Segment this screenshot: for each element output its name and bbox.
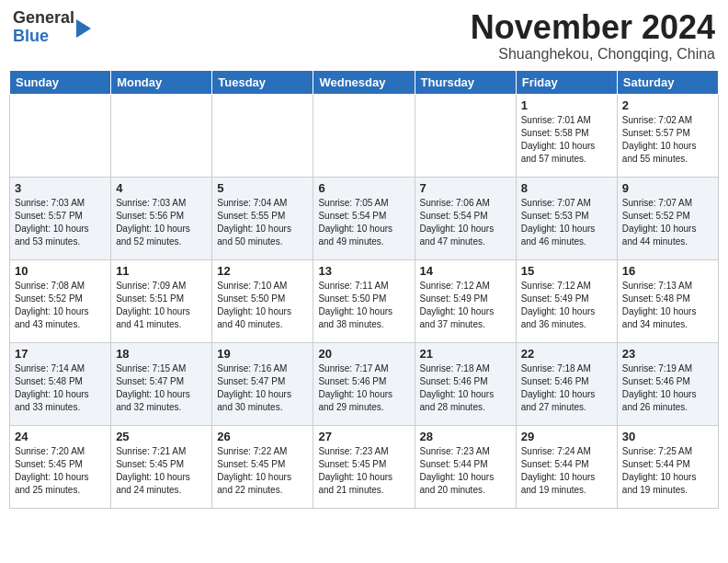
day-info: Sunrise: 7:13 AM Sunset: 5:48 PM Dayligh…	[622, 280, 713, 331]
day-number: 25	[116, 430, 207, 443]
day-number: 26	[217, 430, 308, 443]
day-number: 15	[521, 264, 612, 278]
weekday-header-wednesday: Wednesday	[313, 70, 415, 94]
day-info: Sunrise: 7:20 AM Sunset: 5:45 PM Dayligh…	[15, 445, 106, 497]
day-number: 5	[217, 181, 308, 195]
day-cell: 15Sunrise: 7:12 AM Sunset: 5:49 PM Dayli…	[516, 259, 617, 342]
weekday-header-row: SundayMondayTuesdayWednesdayThursdayFrid…	[10, 70, 719, 94]
day-cell: 21Sunrise: 7:18 AM Sunset: 5:46 PM Dayli…	[415, 342, 516, 425]
day-info: Sunrise: 7:25 AM Sunset: 5:44 PM Dayligh…	[622, 445, 713, 497]
week-row-2: 3Sunrise: 7:03 AM Sunset: 5:57 PM Daylig…	[10, 177, 719, 259]
day-info: Sunrise: 7:11 AM Sunset: 5:50 PM Dayligh…	[318, 280, 409, 331]
day-cell: 6Sunrise: 7:05 AM Sunset: 5:54 PM Daylig…	[313, 177, 415, 259]
day-info: Sunrise: 7:15 AM Sunset: 5:47 PM Dayligh…	[116, 362, 207, 414]
weekday-header-sunday: Sunday	[10, 70, 111, 94]
day-info: Sunrise: 7:06 AM Sunset: 5:54 PM Dayligh…	[420, 197, 511, 248]
day-cell	[212, 94, 313, 177]
day-info: Sunrise: 7:21 AM Sunset: 5:45 PM Dayligh…	[116, 445, 207, 497]
week-row-1: 1Sunrise: 7:01 AM Sunset: 5:58 PM Daylig…	[10, 94, 719, 177]
week-row-4: 17Sunrise: 7:14 AM Sunset: 5:48 PM Dayli…	[10, 342, 719, 425]
day-number: 29	[521, 430, 612, 443]
day-cell	[415, 94, 516, 177]
day-cell: 5Sunrise: 7:04 AM Sunset: 5:55 PM Daylig…	[212, 177, 313, 259]
day-number: 7	[420, 181, 511, 195]
weekday-header-friday: Friday	[516, 70, 617, 94]
day-info: Sunrise: 7:12 AM Sunset: 5:49 PM Dayligh…	[521, 280, 612, 331]
page-title: November 2024	[471, 9, 715, 46]
day-number: 6	[318, 181, 409, 195]
day-number: 9	[622, 181, 713, 195]
weekday-header-tuesday: Tuesday	[212, 70, 313, 94]
day-cell: 17Sunrise: 7:14 AM Sunset: 5:48 PM Dayli…	[10, 342, 111, 425]
day-cell: 4Sunrise: 7:03 AM Sunset: 5:56 PM Daylig…	[111, 177, 212, 259]
logo-general: General	[13, 8, 74, 27]
day-number: 16	[622, 264, 713, 278]
day-info: Sunrise: 7:16 AM Sunset: 5:47 PM Dayligh…	[217, 362, 308, 414]
logo-arrow-icon	[76, 19, 91, 38]
day-cell: 27Sunrise: 7:23 AM Sunset: 5:45 PM Dayli…	[313, 425, 415, 508]
day-info: Sunrise: 7:23 AM Sunset: 5:44 PM Dayligh…	[420, 445, 511, 497]
day-cell: 24Sunrise: 7:20 AM Sunset: 5:45 PM Dayli…	[10, 425, 111, 508]
day-info: Sunrise: 7:12 AM Sunset: 5:49 PM Dayligh…	[420, 280, 511, 331]
day-cell: 11Sunrise: 7:09 AM Sunset: 5:51 PM Dayli…	[111, 259, 212, 342]
day-info: Sunrise: 7:07 AM Sunset: 5:53 PM Dayligh…	[521, 197, 612, 248]
weekday-header-monday: Monday	[111, 70, 212, 94]
day-cell: 20Sunrise: 7:17 AM Sunset: 5:46 PM Dayli…	[313, 342, 415, 425]
day-cell: 26Sunrise: 7:22 AM Sunset: 5:45 PM Dayli…	[212, 425, 313, 508]
day-cell: 3Sunrise: 7:03 AM Sunset: 5:57 PM Daylig…	[10, 177, 111, 259]
day-info: Sunrise: 7:22 AM Sunset: 5:45 PM Dayligh…	[217, 445, 308, 497]
page-header: General Blue November 2024 Shuanghekou, …	[9, 9, 719, 63]
day-info: Sunrise: 7:09 AM Sunset: 5:51 PM Dayligh…	[116, 280, 207, 331]
day-info: Sunrise: 7:18 AM Sunset: 5:46 PM Dayligh…	[521, 362, 612, 414]
day-info: Sunrise: 7:03 AM Sunset: 5:57 PM Dayligh…	[15, 197, 106, 248]
day-info: Sunrise: 7:18 AM Sunset: 5:46 PM Dayligh…	[420, 362, 511, 414]
day-cell: 10Sunrise: 7:08 AM Sunset: 5:52 PM Dayli…	[10, 259, 111, 342]
day-number: 30	[622, 430, 713, 443]
day-number: 3	[15, 181, 106, 195]
day-cell: 19Sunrise: 7:16 AM Sunset: 5:47 PM Dayli…	[212, 342, 313, 425]
day-number: 8	[521, 181, 612, 195]
logo-blue: Blue	[13, 27, 49, 45]
day-info: Sunrise: 7:03 AM Sunset: 5:56 PM Dayligh…	[116, 197, 207, 248]
day-number: 12	[217, 264, 308, 278]
day-number: 24	[15, 430, 106, 443]
day-cell: 8Sunrise: 7:07 AM Sunset: 5:53 PM Daylig…	[516, 177, 617, 259]
week-row-5: 24Sunrise: 7:20 AM Sunset: 5:45 PM Dayli…	[10, 425, 719, 508]
day-info: Sunrise: 7:02 AM Sunset: 5:57 PM Dayligh…	[622, 114, 713, 166]
day-cell: 29Sunrise: 7:24 AM Sunset: 5:44 PM Dayli…	[516, 425, 617, 508]
day-info: Sunrise: 7:05 AM Sunset: 5:54 PM Dayligh…	[318, 197, 409, 248]
day-info: Sunrise: 7:01 AM Sunset: 5:58 PM Dayligh…	[521, 114, 612, 166]
day-number: 1	[521, 98, 612, 112]
day-info: Sunrise: 7:08 AM Sunset: 5:52 PM Dayligh…	[15, 280, 106, 331]
day-cell: 18Sunrise: 7:15 AM Sunset: 5:47 PM Dayli…	[111, 342, 212, 425]
day-number: 22	[521, 347, 612, 361]
day-cell: 16Sunrise: 7:13 AM Sunset: 5:48 PM Dayli…	[617, 259, 718, 342]
day-number: 28	[420, 430, 511, 443]
day-cell: 7Sunrise: 7:06 AM Sunset: 5:54 PM Daylig…	[415, 177, 516, 259]
day-cell: 22Sunrise: 7:18 AM Sunset: 5:46 PM Dayli…	[516, 342, 617, 425]
day-info: Sunrise: 7:07 AM Sunset: 5:52 PM Dayligh…	[622, 197, 713, 248]
title-block: November 2024 Shuanghekou, Chongqing, Ch…	[471, 9, 715, 63]
day-info: Sunrise: 7:04 AM Sunset: 5:55 PM Dayligh…	[217, 197, 308, 248]
day-cell	[111, 94, 212, 177]
day-info: Sunrise: 7:17 AM Sunset: 5:46 PM Dayligh…	[318, 362, 409, 414]
day-info: Sunrise: 7:14 AM Sunset: 5:48 PM Dayligh…	[15, 362, 106, 414]
day-cell	[313, 94, 415, 177]
day-number: 19	[217, 347, 308, 361]
day-cell: 14Sunrise: 7:12 AM Sunset: 5:49 PM Dayli…	[415, 259, 516, 342]
day-cell: 12Sunrise: 7:10 AM Sunset: 5:50 PM Dayli…	[212, 259, 313, 342]
day-cell: 2Sunrise: 7:02 AM Sunset: 5:57 PM Daylig…	[617, 94, 718, 177]
day-number: 10	[15, 264, 106, 278]
calendar-table: SundayMondayTuesdayWednesdayThursdayFrid…	[9, 70, 719, 509]
day-number: 18	[116, 347, 207, 361]
day-number: 21	[420, 347, 511, 361]
day-number: 2	[622, 98, 713, 112]
day-cell: 23Sunrise: 7:19 AM Sunset: 5:46 PM Dayli…	[617, 342, 718, 425]
weekday-header-thursday: Thursday	[415, 70, 516, 94]
day-cell: 9Sunrise: 7:07 AM Sunset: 5:52 PM Daylig…	[617, 177, 718, 259]
page-subtitle: Shuanghekou, Chongqing, China	[471, 46, 715, 63]
day-info: Sunrise: 7:23 AM Sunset: 5:45 PM Dayligh…	[318, 445, 409, 497]
day-number: 20	[318, 347, 409, 361]
day-cell: 25Sunrise: 7:21 AM Sunset: 5:45 PM Dayli…	[111, 425, 212, 508]
day-number: 27	[318, 430, 409, 443]
